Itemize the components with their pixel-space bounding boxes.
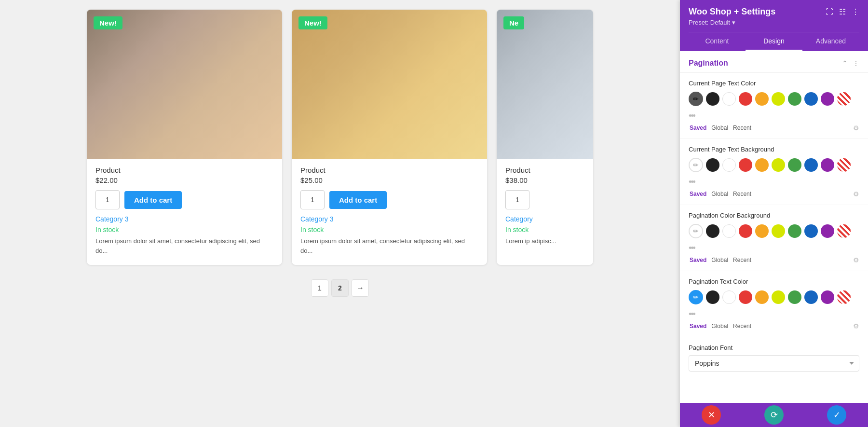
pagination-font-setting: Pagination Font Poppins xyxy=(680,337,868,378)
swatch-orange-1[interactable] xyxy=(755,158,769,172)
category-link-2[interactable]: Category 3 xyxy=(300,215,478,223)
swatch-green-1[interactable] xyxy=(788,158,801,172)
swatch-black-0[interactable] xyxy=(706,92,719,106)
new-badge-2: New! xyxy=(298,16,327,29)
product-name-1: Product xyxy=(95,166,273,174)
section-header-icons: ⌃ ⋮ xyxy=(842,59,859,67)
swatch-yellow-2[interactable] xyxy=(772,224,785,238)
recent-btn-2[interactable]: Recent xyxy=(733,257,751,263)
swatch-purple-0[interactable] xyxy=(821,92,834,106)
card-body-1: Product $22.00 Add to cart Category 3 In… xyxy=(87,159,282,255)
panel-body: Pagination ⌃ ⋮ Current Page Text Color ✏ xyxy=(680,51,868,403)
preset-label[interactable]: Preset: Default ▾ xyxy=(689,19,859,26)
global-btn-1[interactable]: Global xyxy=(711,191,728,197)
swatch-black-2[interactable] xyxy=(706,224,719,238)
gear-icon-2[interactable]: ⚙ xyxy=(853,256,859,264)
font-select[interactable]: Poppins xyxy=(689,355,859,372)
color-picker-btn-2[interactable]: ✏ xyxy=(689,224,703,238)
recent-btn-0[interactable]: Recent xyxy=(733,124,751,131)
save-btn[interactable]: ✓ xyxy=(827,405,846,425)
product-card-1: New! Product $22.00 Add to cart Category… xyxy=(87,10,282,265)
swatch-striped-2[interactable] xyxy=(837,224,851,238)
swatch-yellow-0[interactable] xyxy=(772,92,785,106)
global-btn-2[interactable]: Global xyxy=(711,257,728,263)
color-picker-btn-1[interactable]: ✏ xyxy=(689,158,703,172)
reset-btn[interactable]: ⟳ xyxy=(764,405,784,425)
tab-design[interactable]: Design xyxy=(746,32,802,51)
dots-more-2[interactable]: ••• xyxy=(689,243,695,253)
product-image-3: Ne xyxy=(497,10,593,159)
qty-input-2[interactable] xyxy=(300,190,325,209)
swatch-red-1[interactable] xyxy=(739,158,752,172)
current-page-text-color-label: Current Page Text Color xyxy=(689,80,859,87)
qty-input-3[interactable] xyxy=(505,190,529,209)
saved-btn-1[interactable]: Saved xyxy=(690,191,706,197)
color-picker-btn-3[interactable]: ✏ xyxy=(689,290,703,304)
global-btn-3[interactable]: Global xyxy=(711,323,728,330)
swatch-blue-0[interactable] xyxy=(804,92,818,106)
fullscreen-icon[interactable]: ⛶ xyxy=(826,8,833,16)
swatch-striped-0[interactable] xyxy=(837,92,851,106)
swatch-blue-2[interactable] xyxy=(804,224,818,238)
layout-icon[interactable]: ☷ xyxy=(839,7,846,16)
swatch-purple-2[interactable] xyxy=(821,224,834,238)
swatch-black-3[interactable] xyxy=(706,290,719,304)
category-link-3[interactable]: Category xyxy=(505,215,584,223)
swatch-red-0[interactable] xyxy=(739,92,752,106)
swatch-white-2[interactable] xyxy=(722,224,736,238)
qty-input-1[interactable] xyxy=(95,190,120,209)
swatch-black-1[interactable] xyxy=(706,158,719,172)
swatch-white-0[interactable] xyxy=(722,92,736,106)
recent-btn-1[interactable]: Recent xyxy=(733,191,751,197)
gear-icon-3[interactable]: ⚙ xyxy=(853,322,859,330)
page-btn-1[interactable]: 1 xyxy=(311,279,328,297)
swatch-orange-2[interactable] xyxy=(755,224,769,238)
product-card-3: Ne Product $38.00 Category In stock Lore… xyxy=(497,10,593,265)
global-btn-0[interactable]: Global xyxy=(711,124,728,131)
color-actions-2: Saved Global Recent ⚙ xyxy=(689,256,859,264)
swatch-purple-3[interactable] xyxy=(821,290,834,304)
swatch-striped-3[interactable] xyxy=(837,290,851,304)
saved-btn-2[interactable]: Saved xyxy=(690,257,706,263)
swatch-red-3[interactable] xyxy=(739,290,752,304)
add-to-cart-btn-1[interactable]: Add to cart xyxy=(124,191,182,209)
saved-btn-3[interactable]: Saved xyxy=(690,323,706,330)
swatch-white-1[interactable] xyxy=(722,158,736,172)
section-title: Pagination xyxy=(689,59,728,68)
swatch-green-2[interactable] xyxy=(788,224,801,238)
swatch-red-2[interactable] xyxy=(739,224,752,238)
swatch-blue-3[interactable] xyxy=(804,290,818,304)
pagination-font-label: Pagination Font xyxy=(689,344,859,351)
dots-more-1[interactable]: ••• xyxy=(689,177,695,187)
recent-btn-3[interactable]: Recent xyxy=(733,323,751,330)
swatch-orange-0[interactable] xyxy=(755,92,769,106)
category-link-1[interactable]: Category 3 xyxy=(95,215,273,223)
add-to-cart-btn-2[interactable]: Add to cart xyxy=(329,191,387,209)
gear-icon-0[interactable]: ⚙ xyxy=(853,124,859,132)
saved-btn-0[interactable]: Saved xyxy=(690,124,706,131)
gear-icon-1[interactable]: ⚙ xyxy=(853,190,859,198)
swatch-orange-3[interactable] xyxy=(755,290,769,304)
page-btn-2[interactable]: 2 xyxy=(331,279,349,297)
page-next-btn[interactable]: → xyxy=(352,279,369,297)
swatch-yellow-1[interactable] xyxy=(772,158,785,172)
cancel-btn[interactable]: ✕ xyxy=(702,405,721,425)
dots-more-0[interactable]: ••• xyxy=(689,111,695,121)
swatch-green-3[interactable] xyxy=(788,290,801,304)
swatch-blue-1[interactable] xyxy=(804,158,818,172)
section-more-icon[interactable]: ⋮ xyxy=(853,59,859,67)
swatch-striped-1[interactable] xyxy=(837,158,851,172)
current-page-text-color-swatches: ✏ xyxy=(689,92,859,106)
dots-more-3[interactable]: ••• xyxy=(689,309,695,319)
new-badge-1: New! xyxy=(94,16,122,29)
tab-advanced[interactable]: Advanced xyxy=(802,32,859,51)
swatch-white-3[interactable] xyxy=(722,290,736,304)
tab-content[interactable]: Content xyxy=(689,32,746,51)
color-picker-btn-0[interactable]: ✏ xyxy=(689,92,703,106)
card-body-2: Product $25.00 Add to cart Category 3 In… xyxy=(292,159,487,255)
collapse-icon[interactable]: ⌃ xyxy=(842,59,848,67)
swatch-purple-1[interactable] xyxy=(821,158,834,172)
more-options-icon[interactable]: ⋮ xyxy=(852,7,859,16)
swatch-yellow-3[interactable] xyxy=(772,290,785,304)
swatch-green-0[interactable] xyxy=(788,92,801,106)
